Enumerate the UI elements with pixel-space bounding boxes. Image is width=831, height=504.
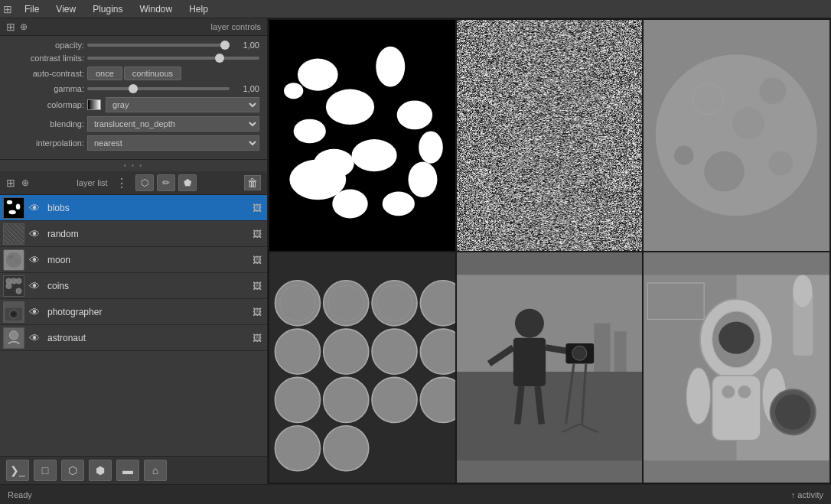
contrast-label: contrast limits: [8,54,84,63]
blending-label: blending: [8,119,84,128]
terminal-btn[interactable]: ❯_ [6,460,29,481]
interpolation-row: interpolation: nearest linear cubic [8,135,259,151]
svg-point-1 [16,203,21,209]
svg-point-26 [383,192,415,216]
layer-eye-astronaut[interactable]: 👁 [28,331,41,345]
svg-point-51 [420,377,455,422]
svg-point-3 [6,252,21,267]
blending-select[interactable]: translucent_no_depth additive opaque [87,116,259,132]
opacity-value: 1,00 [233,41,259,50]
svg-point-25 [419,131,443,163]
ready-status: Ready [8,490,32,499]
panel-handle[interactable]: • • • [0,160,267,171]
contrast-slider[interactable] [87,57,259,60]
rect-btn[interactable]: ▬ [116,460,139,481]
canvas-random[interactable] [457,20,643,251]
colormap-label: colormap: [8,100,84,109]
svg-point-34 [732,107,764,139]
layer-row-blobs[interactable]: 👁 blobs 🖼 [0,195,267,221]
svg-point-20 [352,139,397,171]
menu-view[interactable]: View [51,2,80,16]
layer-eye-photographer[interactable]: 👁 [28,305,41,319]
svg-point-46 [372,329,417,374]
layer-eye-blobs[interactable]: 👁 [28,201,41,215]
canvas-blobs[interactable] [269,20,455,251]
layer-name-random: random [44,229,247,239]
layer-row-photographer[interactable]: 👁 photographer 🖼 [0,299,267,325]
layer-list-options[interactable]: ⋮ [116,176,128,190]
svg-point-37 [275,280,320,325]
gamma-value: 1,00 [233,84,259,93]
svg-point-39 [324,280,369,325]
canvas-moon[interactable] [644,20,829,251]
svg-point-41 [372,280,417,325]
svg-point-8 [16,278,21,283]
once-button[interactable]: once [87,67,122,80]
layer-eye-random[interactable]: 👁 [28,227,41,241]
activity-button[interactable]: ↑ activity [791,490,823,499]
svg-point-28 [656,54,817,216]
svg-point-10 [16,288,21,293]
panel-icon-zoom[interactable]: ⊕ [20,21,28,32]
layer-controls-panel: opacity: 1,00 contrast limits: auto-cont… [0,36,267,160]
layer-row-coins[interactable]: 👁 coins 🖼 [0,273,267,299]
layer-type-icon-astronaut: 🖼 [250,331,264,345]
canvas-area [268,18,831,484]
svg-point-84 [775,394,810,429]
opacity-slider[interactable] [87,44,230,47]
opacity-row: opacity: 1,00 [8,41,259,50]
auto-contrast-row: auto-contrast: once continuous [8,67,259,80]
svg-point-44 [275,329,320,374]
colormap-select[interactable]: gray viridis plasma [106,97,259,112]
layer-name-photographer: photographer [44,307,247,317]
svg-point-53 [324,425,369,470]
gamma-slider-container [87,87,230,90]
polygon-tool-btn[interactable]: ⬟ [178,174,197,191]
svg-point-63 [572,346,587,360]
svg-rect-78 [712,376,761,440]
square-btn[interactable]: □ [34,460,57,481]
layer-thumb-blobs [3,197,24,219]
noise-canvas-element [457,20,643,251]
auto-contrast-buttons: once continuous [87,67,259,80]
layer-eye-moon[interactable]: 👁 [28,253,41,267]
menu-window[interactable]: Window [135,2,178,16]
svg-point-14 [9,330,18,339]
layer-name-blobs: blobs [44,203,247,213]
svg-rect-70 [457,339,481,371]
layer-thumb-moon [3,249,24,271]
panel-icon-grid[interactable]: ⊞ [6,21,15,33]
menu-help[interactable]: Help [184,2,213,16]
layer-row-random[interactable]: 👁 random 🖼 [0,221,267,247]
colormap-row: colormap: gray viridis plasma [8,97,259,112]
layer-list-icon-grid[interactable]: ⊞ [6,177,15,189]
svg-point-27 [314,149,354,178]
svg-point-52 [275,425,320,470]
3d-btn[interactable]: ⬢ [89,460,112,481]
layer-thumb-photographer [3,301,24,323]
continuous-button[interactable]: continuous [124,67,181,80]
panel-title-controls: layer controls [211,22,261,31]
layer-row-moon[interactable]: 👁 moon 🖼 [0,247,267,273]
auto-contrast-label: auto-contrast: [8,69,84,78]
delete-layer-btn[interactable]: 🗑 [244,175,261,190]
menu-plugins[interactable]: Plugins [88,2,127,16]
interpolation-select[interactable]: nearest linear cubic [87,135,259,151]
gamma-slider[interactable] [87,87,230,90]
layer-eye-coins[interactable]: 👁 [28,279,41,293]
gamma-label: gamma: [8,84,84,93]
interpolation-label: interpolation: [8,138,84,148]
canvas-photographer[interactable] [457,252,643,483]
paint-tool-btn[interactable]: ✏ [157,174,175,191]
canvas-astronaut[interactable] [644,252,829,483]
layer-list-icon-add[interactable]: ⊕ [21,177,29,188]
canvas-coins[interactable] [269,252,455,483]
layer-row-astronaut[interactable]: 👁 astronaut 🖼 [0,325,267,351]
cube-btn[interactable]: ⬡ [61,460,84,481]
svg-point-23 [332,189,367,218]
menu-file[interactable]: File [20,2,44,16]
home-btn[interactable]: ⌂ [144,460,167,481]
layer-type-icon-random: 🖼 [250,227,264,241]
main-layout: ⊞ ⊕ layer controls opacity: 1,00 contras… [0,18,831,484]
select-tool-btn[interactable]: ⬡ [135,174,154,191]
